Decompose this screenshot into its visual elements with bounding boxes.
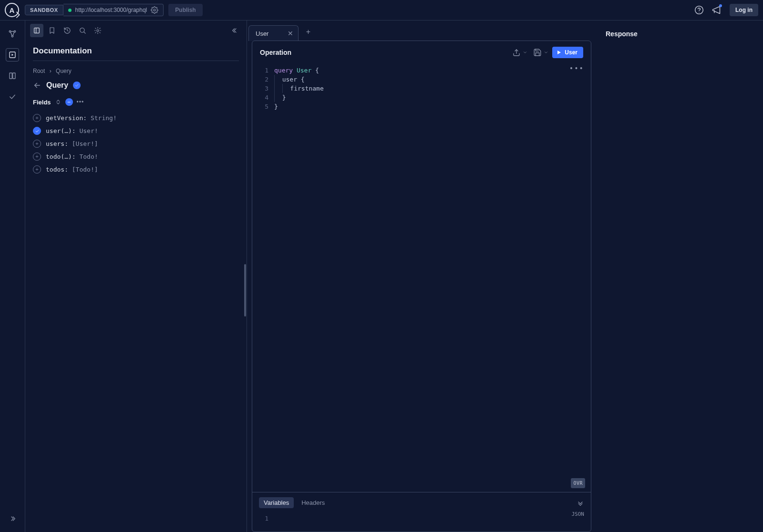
field-label: todos: [Todo!]	[46, 166, 98, 173]
field-row[interactable]: user(…): User!	[33, 124, 239, 137]
svg-point-5	[11, 35, 13, 37]
svg-point-14	[97, 30, 99, 31]
status-dot-icon	[68, 9, 72, 12]
variables-panel: Variables Headers JSON 1	[252, 492, 591, 532]
login-button[interactable]: Log in	[730, 4, 758, 16]
add-field-icon[interactable]: +	[33, 140, 41, 148]
run-button[interactable]: User	[552, 47, 583, 58]
svg-point-1	[695, 6, 703, 14]
bookmark-icon[interactable]	[45, 24, 59, 37]
top-header: A SANDBOX http://localhost:3000/graphql …	[0, 0, 763, 20]
apollo-logo[interactable]: A	[5, 3, 19, 17]
svg-rect-8	[10, 73, 12, 79]
field-label: getVersion: String!	[46, 114, 117, 122]
breadcrumb: Root › Query	[25, 61, 247, 74]
response-panel: Response	[596, 20, 763, 532]
more-options-icon[interactable]: •••	[569, 64, 584, 73]
operation-editor: Operation User ••• 12345 query User { us…	[252, 41, 591, 532]
field-row[interactable]: +users: [User!]	[33, 137, 239, 150]
settings-icon[interactable]	[91, 24, 104, 37]
breadcrumb-root[interactable]: Root	[33, 68, 45, 74]
sandbox-badge: SANDBOX	[25, 5, 63, 15]
svg-rect-10	[34, 28, 40, 33]
share-icon[interactable]	[512, 48, 521, 57]
history-icon[interactable]	[61, 24, 74, 37]
operation-header: Operation User	[252, 41, 591, 64]
collapse-all-icon[interactable]: −	[65, 98, 73, 106]
svg-marker-17	[557, 51, 561, 54]
field-row[interactable]: +todos: [Todo!]	[33, 163, 239, 176]
line-gutter: 12345	[252, 66, 274, 490]
operation-title: Operation	[260, 49, 510, 56]
check-badge-icon	[73, 82, 81, 89]
save-icon[interactable]	[533, 48, 542, 57]
breadcrumb-query[interactable]: Query	[56, 68, 72, 74]
fields-header: Fields − •••	[25, 94, 247, 110]
publish-button[interactable]: Publish	[168, 4, 202, 16]
checks-icon[interactable]	[6, 90, 19, 103]
expand-rail-icon[interactable]	[6, 512, 19, 525]
tab-user[interactable]: User ✕	[248, 25, 299, 41]
collapse-sidebar-icon[interactable]	[228, 24, 242, 37]
back-arrow-icon[interactable]	[33, 81, 41, 90]
variables-editor[interactable]: JSON 1	[252, 513, 591, 532]
field-row[interactable]: +getVersion: String!	[33, 112, 239, 124]
json-label: JSON	[572, 511, 585, 517]
announcement-icon[interactable]	[711, 5, 721, 15]
more-icon[interactable]: •••	[77, 99, 84, 105]
schema-icon[interactable]	[6, 27, 19, 41]
docs-panel-icon[interactable]	[30, 24, 43, 37]
documentation-sidebar: Documentation Root › Query Query Fields …	[25, 20, 247, 532]
check-icon[interactable]	[33, 127, 41, 135]
vars-tabs: Variables Headers	[252, 492, 591, 513]
svg-marker-7	[12, 54, 14, 56]
tab-label: User	[256, 30, 268, 37]
overwrite-badge[interactable]: OVR	[571, 478, 585, 488]
chevron-down-icon[interactable]	[523, 50, 527, 55]
add-field-icon[interactable]: +	[33, 165, 41, 174]
chevron-down-icon[interactable]	[544, 50, 548, 55]
code-editor[interactable]: ••• 12345 query User { user { firstname …	[252, 64, 591, 492]
add-tab-icon[interactable]: +	[301, 25, 315, 39]
diff-icon[interactable]	[6, 69, 19, 82]
add-field-icon[interactable]: +	[33, 153, 41, 161]
resize-handle[interactable]	[244, 264, 246, 317]
explorer-icon[interactable]	[6, 48, 19, 61]
close-icon[interactable]: ✕	[288, 30, 293, 37]
field-list: +getVersion: String!user(…): User!+users…	[25, 110, 247, 178]
sort-icon[interactable]	[55, 99, 62, 105]
type-title: Query	[46, 81, 68, 90]
code-content: query User { user { firstname } }	[274, 66, 591, 490]
documentation-title: Documentation	[33, 41, 239, 61]
response-title: Response	[606, 30, 753, 38]
endpoint-url: http://localhost:3000/graphql	[75, 7, 147, 13]
field-label: user(…): User!	[46, 127, 98, 134]
endpoint-url-box[interactable]: http://localhost:3000/graphql	[63, 4, 164, 16]
doc-toolbar	[25, 20, 247, 41]
svg-point-0	[154, 9, 155, 11]
chevron-right-icon: ›	[50, 68, 52, 74]
play-icon	[556, 50, 562, 55]
run-button-label: User	[565, 49, 577, 56]
type-header: Query	[25, 74, 247, 94]
search-icon[interactable]	[76, 24, 89, 37]
svg-rect-9	[13, 73, 15, 79]
vars-gutter: 1	[252, 515, 274, 522]
center-area: User ✕ + Operation User ••• 12345	[247, 20, 596, 532]
tab-bar: User ✕ +	[247, 20, 596, 41]
svg-line-13	[84, 32, 85, 33]
gear-icon[interactable]	[151, 6, 158, 14]
tab-variables[interactable]: Variables	[259, 497, 294, 508]
fields-label: Fields	[33, 99, 51, 106]
add-field-icon[interactable]: +	[33, 114, 41, 122]
field-label: todo(…): Todo!	[46, 153, 98, 160]
field-row[interactable]: +todo(…): Todo!	[33, 150, 239, 163]
collapse-down-icon[interactable]	[577, 499, 584, 507]
tab-headers[interactable]: Headers	[297, 497, 330, 508]
left-rail	[0, 20, 25, 532]
help-icon[interactable]	[694, 5, 704, 15]
field-label: users: [User!]	[46, 140, 98, 147]
notification-dot-icon	[719, 4, 722, 7]
